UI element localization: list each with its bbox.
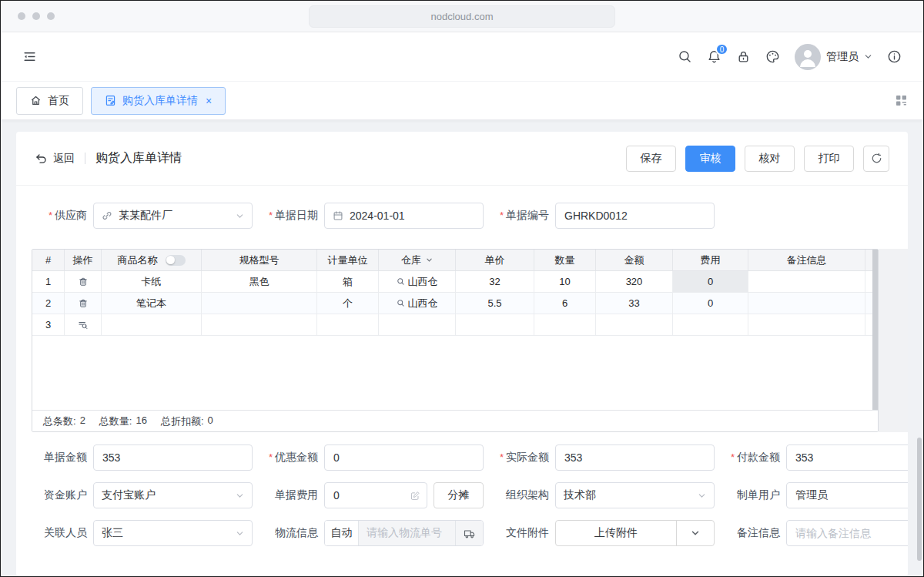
cell-spec[interactable] [202, 293, 317, 314]
traffic-light-dot[interactable] [18, 12, 25, 20]
search-icon[interactable] [678, 49, 692, 64]
truck-icon[interactable] [455, 521, 483, 545]
tab-purchase-inbound-detail[interactable]: 购货入库单详情 × [91, 87, 226, 115]
refresh-icon [871, 153, 882, 164]
creator-input[interactable] [786, 482, 908, 508]
cell-spec[interactable]: 黑色 [202, 271, 317, 292]
address-bar[interactable]: nodcloud.com [309, 5, 615, 28]
attachment-dropdown-button[interactable] [677, 521, 714, 545]
cell-amount[interactable]: 320 [596, 271, 673, 292]
discount-amount-input[interactable] [324, 444, 484, 471]
user-menu[interactable]: 管理员 [795, 44, 872, 70]
trash-icon[interactable] [78, 298, 89, 309]
cell-note[interactable] [748, 293, 865, 314]
print-button[interactable]: 打印 [804, 146, 854, 172]
edit-icon[interactable] [410, 491, 420, 501]
cell-price[interactable]: 32 [456, 271, 534, 292]
related-person-select[interactable]: 张三 [93, 520, 253, 546]
col-warehouse[interactable]: 仓库 [379, 250, 456, 270]
close-icon[interactable]: × [206, 95, 212, 107]
cell-amount[interactable]: 33 [596, 293, 673, 314]
remark-input[interactable] [786, 520, 908, 546]
logistics-mode[interactable]: 自动 [325, 521, 359, 545]
save-button[interactable]: 保存 [626, 146, 676, 172]
table-body: 1 卡纸 黑色 箱 山西仓 32 [32, 271, 878, 410]
cell-note[interactable] [748, 271, 865, 292]
card-toolbar: 返回 购货入库单详情 保存 审核 核对 打印 [16, 132, 908, 186]
payment-amount-label: *付款金额 [725, 451, 780, 465]
order-amount-input[interactable] [93, 444, 253, 471]
refresh-button[interactable] [863, 146, 889, 172]
cell-price[interactable]: 5.5 [456, 293, 534, 314]
avatar [795, 44, 821, 70]
traffic-light-dot[interactable] [47, 12, 55, 20]
name-column-toggle[interactable] [166, 255, 186, 266]
row-index: 1 [32, 271, 65, 292]
cell-fee[interactable] [673, 314, 748, 335]
fund-account-select[interactable]: 支付宝账户 [93, 482, 253, 508]
items-table: # 操作 商品名称 规格型号 计量单位 仓库 单价 数量 [32, 249, 879, 432]
cell-unit[interactable]: 箱 [317, 271, 379, 292]
cell-note[interactable] [748, 314, 865, 335]
row-index: 3 [32, 314, 65, 335]
cell-warehouse[interactable]: 山西仓 [379, 271, 456, 292]
browser-chrome: nodcloud.com [1, 1, 923, 32]
cell-name[interactable] [102, 314, 202, 335]
cell-name[interactable]: 卡纸 [102, 271, 202, 292]
tab-bar: 首页 购货入库单详情 × [1, 82, 923, 120]
cell-fee[interactable]: 0 [673, 293, 748, 314]
chevron-down-icon [698, 491, 706, 500]
cell-qty[interactable] [534, 314, 596, 335]
layout-grid-icon[interactable] [895, 94, 908, 107]
link-icon [102, 210, 112, 221]
actual-amount-input[interactable] [555, 444, 715, 471]
date-picker[interactable]: 2024-01-01 [324, 203, 484, 229]
user-name: 管理员 [826, 50, 859, 64]
traffic-light-dot[interactable] [32, 12, 40, 20]
order-fee-label: 单据费用 [263, 488, 318, 502]
menu-unfold-icon[interactable] [22, 49, 37, 64]
search-product-icon[interactable] [77, 319, 89, 330]
payment-amount-input[interactable] [786, 444, 908, 471]
table-row: 1 卡纸 黑色 箱 山西仓 32 [32, 271, 878, 293]
bell-icon[interactable]: 0 [707, 49, 721, 64]
upload-attachment-button[interactable]: 上传附件 [556, 521, 676, 545]
organization-select[interactable]: 技术部 [555, 482, 715, 508]
palette-icon[interactable] [765, 49, 780, 64]
order-number-input[interactable] [555, 203, 715, 229]
cell-name[interactable]: 笔记本 [102, 293, 202, 314]
table-scrollbar[interactable] [872, 250, 878, 410]
share-fee-button[interactable]: 分摊 [434, 482, 484, 508]
cell-qty[interactable]: 6 [534, 293, 596, 314]
cell-amount[interactable] [596, 314, 673, 335]
page-scrollbar[interactable] [917, 438, 922, 561]
organization-label: 组织架构 [494, 488, 549, 502]
cell-price[interactable] [456, 314, 534, 335]
supplier-select[interactable]: 某某配件厂 [93, 203, 253, 229]
cell-unit[interactable]: 个 [317, 293, 379, 314]
back-button[interactable]: 返回 [35, 152, 75, 166]
summary-discount-label: 总折扣额: [161, 414, 204, 428]
cell-fee[interactable]: 0 [673, 271, 748, 292]
supplier-label: *供应商 [32, 209, 87, 223]
trash-icon[interactable] [78, 277, 89, 287]
summary-qty-label: 总数量: [99, 414, 132, 428]
summary-qty-value: 16 [136, 414, 146, 428]
related-person-label: 关联人员 [32, 526, 87, 540]
organization-value: 技术部 [564, 488, 693, 502]
check-button[interactable]: 核对 [745, 146, 795, 172]
cell-qty[interactable]: 10 [534, 271, 596, 292]
url-text: nodcloud.com [431, 11, 494, 22]
cell-warehouse[interactable] [379, 314, 456, 335]
lock-icon[interactable] [736, 49, 751, 64]
cell-spec[interactable] [202, 314, 317, 335]
audit-button[interactable]: 审核 [685, 146, 735, 172]
logistics-number-input[interactable]: 请输入物流单号 [359, 521, 455, 545]
cell-unit[interactable] [317, 314, 379, 335]
cell-warehouse[interactable]: 山西仓 [379, 293, 456, 314]
table-gutter [879, 249, 908, 432]
col-amount: 金额 [596, 250, 673, 270]
tab-home[interactable]: 首页 [16, 87, 83, 115]
actual-amount-label: *实际金额 [494, 451, 549, 465]
info-icon[interactable] [887, 49, 902, 64]
